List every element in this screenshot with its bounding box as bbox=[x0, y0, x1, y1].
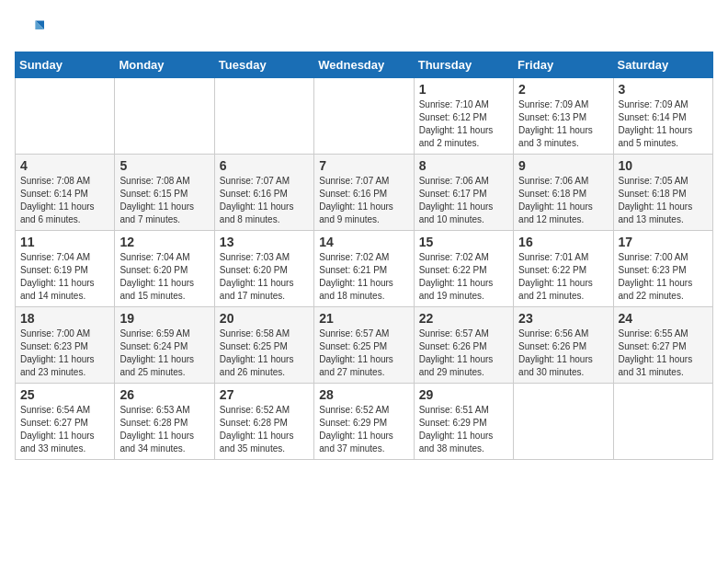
day-info: Sunrise: 7:04 AM Sunset: 6:19 PM Dayligh… bbox=[20, 251, 109, 303]
day-cell: 25Sunrise: 6:54 AM Sunset: 6:27 PM Dayli… bbox=[16, 384, 115, 460]
day-info: Sunrise: 7:06 AM Sunset: 6:17 PM Dayligh… bbox=[419, 175, 508, 226]
day-cell: 2Sunrise: 7:09 AM Sunset: 6:13 PM Daylig… bbox=[514, 78, 613, 155]
day-info: Sunrise: 7:00 AM Sunset: 6:23 PM Dayligh… bbox=[619, 251, 708, 303]
day-info: Sunrise: 6:59 AM Sunset: 6:24 PM Dayligh… bbox=[119, 327, 209, 379]
day-cell: 21Sunrise: 6:57 AM Sunset: 6:25 PM Dayli… bbox=[314, 307, 414, 384]
col-header-thursday: Thursday bbox=[414, 52, 513, 78]
day-number: 24 bbox=[619, 311, 708, 326]
col-header-sunday: Sunday bbox=[16, 52, 115, 78]
day-info: Sunrise: 7:02 AM Sunset: 6:22 PM Dayligh… bbox=[419, 251, 508, 303]
day-cell: 9Sunrise: 7:06 AM Sunset: 6:18 PM Daylig… bbox=[514, 155, 613, 231]
day-cell bbox=[214, 78, 313, 155]
day-number: 27 bbox=[220, 387, 309, 402]
week-row-5: 25Sunrise: 6:54 AM Sunset: 6:27 PM Dayli… bbox=[16, 384, 713, 460]
day-number: 8 bbox=[419, 158, 508, 173]
day-cell: 6Sunrise: 7:07 AM Sunset: 6:16 PM Daylig… bbox=[214, 155, 313, 231]
day-number: 3 bbox=[619, 82, 708, 97]
day-number: 12 bbox=[119, 235, 209, 249]
day-info: Sunrise: 7:00 AM Sunset: 6:23 PM Dayligh… bbox=[20, 327, 109, 379]
day-cell: 14Sunrise: 7:02 AM Sunset: 6:21 PM Dayli… bbox=[314, 231, 414, 307]
calendar-table: SundayMondayTuesdayWednesdayThursdayFrid… bbox=[15, 52, 713, 460]
week-row-4: 18Sunrise: 7:00 AM Sunset: 6:23 PM Dayli… bbox=[16, 307, 713, 384]
day-cell: 13Sunrise: 7:03 AM Sunset: 6:20 PM Dayli… bbox=[214, 231, 313, 307]
day-cell: 10Sunrise: 7:05 AM Sunset: 6:18 PM Dayli… bbox=[613, 155, 712, 231]
day-number: 23 bbox=[518, 311, 608, 326]
day-number: 6 bbox=[220, 158, 309, 173]
day-number: 7 bbox=[319, 158, 408, 173]
logo-icon bbox=[15, 15, 44, 44]
day-info: Sunrise: 7:01 AM Sunset: 6:22 PM Dayligh… bbox=[518, 251, 608, 303]
day-cell: 15Sunrise: 7:02 AM Sunset: 6:22 PM Dayli… bbox=[414, 231, 513, 307]
day-cell: 19Sunrise: 6:59 AM Sunset: 6:24 PM Dayli… bbox=[115, 307, 214, 384]
page-header bbox=[15, 15, 713, 44]
day-info: Sunrise: 7:03 AM Sunset: 6:20 PM Dayligh… bbox=[220, 251, 309, 303]
day-cell bbox=[613, 384, 712, 460]
day-info: Sunrise: 6:55 AM Sunset: 6:27 PM Dayligh… bbox=[619, 327, 708, 379]
day-info: Sunrise: 6:53 AM Sunset: 6:28 PM Dayligh… bbox=[119, 404, 209, 455]
day-number: 11 bbox=[20, 235, 109, 249]
day-cell bbox=[16, 78, 115, 155]
day-cell: 22Sunrise: 6:57 AM Sunset: 6:26 PM Dayli… bbox=[414, 307, 513, 384]
day-cell: 1Sunrise: 7:10 AM Sunset: 6:12 PM Daylig… bbox=[414, 78, 513, 155]
day-info: Sunrise: 6:52 AM Sunset: 6:28 PM Dayligh… bbox=[220, 404, 309, 455]
day-number: 5 bbox=[119, 158, 209, 173]
day-number: 4 bbox=[20, 158, 109, 173]
col-header-wednesday: Wednesday bbox=[314, 52, 414, 78]
day-info: Sunrise: 6:57 AM Sunset: 6:26 PM Dayligh… bbox=[419, 327, 508, 379]
day-info: Sunrise: 6:51 AM Sunset: 6:29 PM Dayligh… bbox=[419, 404, 508, 455]
day-info: Sunrise: 6:58 AM Sunset: 6:25 PM Dayligh… bbox=[220, 327, 309, 379]
day-info: Sunrise: 6:56 AM Sunset: 6:26 PM Dayligh… bbox=[518, 327, 608, 379]
day-info: Sunrise: 6:54 AM Sunset: 6:27 PM Dayligh… bbox=[20, 404, 109, 455]
day-info: Sunrise: 7:10 AM Sunset: 6:12 PM Dayligh… bbox=[419, 98, 508, 150]
header-row: SundayMondayTuesdayWednesdayThursdayFrid… bbox=[16, 52, 713, 78]
day-info: Sunrise: 7:08 AM Sunset: 6:15 PM Dayligh… bbox=[119, 175, 209, 226]
day-cell: 17Sunrise: 7:00 AM Sunset: 6:23 PM Dayli… bbox=[613, 231, 712, 307]
col-header-saturday: Saturday bbox=[613, 52, 712, 78]
week-row-3: 11Sunrise: 7:04 AM Sunset: 6:19 PM Dayli… bbox=[16, 231, 713, 307]
day-info: Sunrise: 7:02 AM Sunset: 6:21 PM Dayligh… bbox=[319, 251, 408, 303]
col-header-monday: Monday bbox=[115, 52, 214, 78]
day-cell: 29Sunrise: 6:51 AM Sunset: 6:29 PM Dayli… bbox=[414, 384, 513, 460]
col-header-tuesday: Tuesday bbox=[214, 52, 313, 78]
day-cell: 23Sunrise: 6:56 AM Sunset: 6:26 PM Dayli… bbox=[514, 307, 613, 384]
day-cell: 11Sunrise: 7:04 AM Sunset: 6:19 PM Dayli… bbox=[16, 231, 115, 307]
day-cell: 12Sunrise: 7:04 AM Sunset: 6:20 PM Dayli… bbox=[115, 231, 214, 307]
day-number: 19 bbox=[119, 311, 209, 326]
day-info: Sunrise: 7:04 AM Sunset: 6:20 PM Dayligh… bbox=[119, 251, 209, 303]
day-cell bbox=[314, 78, 414, 155]
day-cell: 4Sunrise: 7:08 AM Sunset: 6:14 PM Daylig… bbox=[16, 155, 115, 231]
day-info: Sunrise: 7:08 AM Sunset: 6:14 PM Dayligh… bbox=[20, 175, 109, 226]
day-info: Sunrise: 7:07 AM Sunset: 6:16 PM Dayligh… bbox=[319, 175, 408, 226]
day-cell: 20Sunrise: 6:58 AM Sunset: 6:25 PM Dayli… bbox=[214, 307, 313, 384]
logo bbox=[15, 15, 48, 44]
day-cell bbox=[115, 78, 214, 155]
day-number: 14 bbox=[319, 235, 408, 249]
week-row-1: 1Sunrise: 7:10 AM Sunset: 6:12 PM Daylig… bbox=[16, 78, 713, 155]
day-cell bbox=[514, 384, 613, 460]
day-number: 21 bbox=[319, 311, 408, 326]
day-info: Sunrise: 7:07 AM Sunset: 6:16 PM Dayligh… bbox=[220, 175, 309, 226]
day-cell: 27Sunrise: 6:52 AM Sunset: 6:28 PM Dayli… bbox=[214, 384, 313, 460]
day-cell: 5Sunrise: 7:08 AM Sunset: 6:15 PM Daylig… bbox=[115, 155, 214, 231]
day-cell: 3Sunrise: 7:09 AM Sunset: 6:14 PM Daylig… bbox=[613, 78, 712, 155]
day-number: 16 bbox=[518, 235, 608, 249]
col-header-friday: Friday bbox=[514, 52, 613, 78]
day-cell: 16Sunrise: 7:01 AM Sunset: 6:22 PM Dayli… bbox=[514, 231, 613, 307]
day-info: Sunrise: 7:06 AM Sunset: 6:18 PM Dayligh… bbox=[518, 175, 608, 226]
day-number: 10 bbox=[619, 158, 708, 173]
day-number: 15 bbox=[419, 235, 508, 249]
day-number: 26 bbox=[119, 387, 209, 402]
day-number: 28 bbox=[319, 387, 408, 402]
day-number: 18 bbox=[20, 311, 109, 326]
day-number: 29 bbox=[419, 387, 508, 402]
day-number: 20 bbox=[220, 311, 309, 326]
day-info: Sunrise: 7:05 AM Sunset: 6:18 PM Dayligh… bbox=[619, 175, 708, 226]
day-number: 13 bbox=[220, 235, 309, 249]
day-info: Sunrise: 7:09 AM Sunset: 6:14 PM Dayligh… bbox=[619, 98, 708, 150]
week-row-2: 4Sunrise: 7:08 AM Sunset: 6:14 PM Daylig… bbox=[16, 155, 713, 231]
day-cell: 24Sunrise: 6:55 AM Sunset: 6:27 PM Dayli… bbox=[613, 307, 712, 384]
day-number: 25 bbox=[20, 387, 109, 402]
day-number: 22 bbox=[419, 311, 508, 326]
day-cell: 28Sunrise: 6:52 AM Sunset: 6:29 PM Dayli… bbox=[314, 384, 414, 460]
day-number: 17 bbox=[619, 235, 708, 249]
